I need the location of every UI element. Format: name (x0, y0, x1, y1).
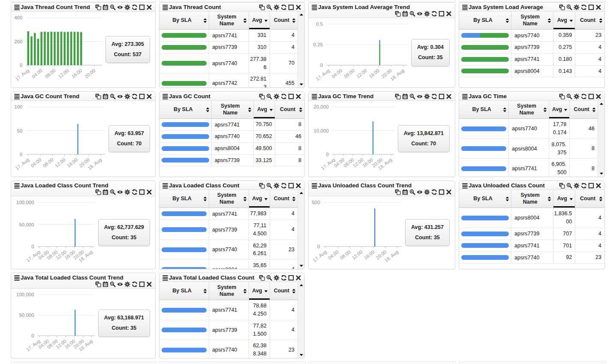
refresh-icon[interactable] (132, 281, 138, 287)
table-row[interactable]: apsrs800449.5008 (159, 143, 304, 155)
calendar-icon[interactable] (102, 189, 108, 195)
gear-icon[interactable] (424, 189, 430, 195)
refresh-icon[interactable] (281, 93, 287, 99)
export-icon[interactable] (95, 93, 101, 99)
close-icon[interactable] (595, 93, 601, 99)
menu-icon[interactable] (311, 183, 318, 189)
gear-icon[interactable] (273, 4, 279, 10)
eye-icon[interactable] (117, 189, 123, 195)
menu-icon[interactable] (162, 183, 168, 189)
column-header-avg[interactable]: Avg (549, 101, 570, 118)
column-header-by-sla[interactable]: By SLA (159, 282, 209, 300)
zoom-in-icon[interactable] (409, 189, 415, 195)
calendar-icon[interactable] (102, 93, 108, 99)
close-icon[interactable] (446, 189, 452, 195)
table-row[interactable]: apsrs77413314 (159, 30, 297, 42)
refresh-icon[interactable] (132, 93, 138, 99)
menu-icon[interactable] (462, 183, 468, 189)
maximize-icon[interactable] (439, 93, 445, 99)
column-header-avg[interactable]: Avg (553, 12, 575, 29)
table-row[interactable]: apsrs77400.35923 (459, 30, 604, 42)
column-header-count[interactable]: Count (570, 101, 598, 118)
export-icon[interactable] (559, 183, 565, 189)
table-row[interactable]: apsrs77416,905.5008 (459, 159, 598, 177)
column-header-by-sla[interactable]: By SLA (459, 190, 511, 208)
calendar-icon[interactable] (402, 11, 408, 17)
refresh-icon[interactable] (132, 4, 138, 10)
column-header-avg[interactable]: Avg (249, 12, 270, 29)
column-header-system-name[interactable]: System Name (209, 282, 249, 300)
column-header-by-sla[interactable]: By SLA (459, 12, 511, 29)
zoom-in-icon[interactable] (566, 4, 572, 10)
menu-icon[interactable] (14, 183, 20, 189)
menu-icon[interactable] (162, 275, 168, 281)
scrollbar[interactable] (297, 282, 304, 358)
gear-icon[interactable] (574, 93, 580, 99)
table-row[interactable]: apsrs774177,9834 (159, 208, 297, 220)
close-icon[interactable] (146, 93, 152, 99)
maximize-icon[interactable] (288, 4, 294, 10)
refresh-icon[interactable] (281, 183, 287, 189)
gear-icon[interactable] (124, 189, 130, 195)
eye-icon[interactable] (417, 189, 423, 195)
export-icon[interactable] (95, 4, 101, 10)
refresh-icon[interactable] (581, 183, 587, 189)
zoom-in-icon[interactable] (566, 183, 572, 189)
zoom-in-icon[interactable] (266, 93, 272, 99)
gear-icon[interactable] (124, 4, 130, 10)
scrollbar[interactable] (297, 190, 304, 269)
column-header-system-name[interactable]: System Name (212, 101, 254, 118)
zoom-in-icon[interactable] (110, 93, 116, 99)
refresh-icon[interactable] (281, 275, 287, 281)
table-row[interactable]: apsrs80041,836.5004 (459, 208, 604, 228)
table-row[interactable]: apsrs774170.7508 (159, 119, 304, 131)
maximize-icon[interactable] (439, 189, 445, 195)
maximize-icon[interactable] (439, 11, 445, 17)
column-header-avg[interactable]: Avg (249, 190, 270, 208)
gear-icon[interactable] (124, 281, 130, 287)
maximize-icon[interactable] (139, 4, 145, 10)
export-icon[interactable] (259, 275, 265, 281)
eye-icon[interactable] (117, 281, 123, 287)
column-header-count[interactable]: Count (575, 12, 604, 29)
table-row[interactable]: apsrs7742272.813455 (159, 73, 297, 87)
table-row[interactable]: apsrs774070.65246 (159, 131, 304, 143)
close-icon[interactable] (146, 281, 152, 287)
column-header-system-name[interactable]: System Name (209, 12, 249, 29)
close-icon[interactable] (146, 189, 152, 195)
zoom-in-icon[interactable] (110, 4, 116, 10)
column-header-avg[interactable]: Avg (553, 190, 575, 208)
eye-icon[interactable] (417, 93, 423, 99)
export-icon[interactable] (395, 189, 401, 195)
maximize-icon[interactable] (588, 4, 594, 10)
table-row[interactable]: apsrs774062,388.34823 (159, 340, 297, 358)
export-icon[interactable] (95, 189, 101, 195)
column-header-by-sla[interactable]: By SLA (159, 101, 212, 118)
column-header-count[interactable]: Count (270, 12, 297, 29)
refresh-icon[interactable] (431, 11, 437, 17)
menu-icon[interactable] (462, 93, 468, 99)
export-icon[interactable] (395, 93, 401, 99)
calendar-icon[interactable] (102, 4, 108, 10)
table-row[interactable]: apsrs773933.1258 (159, 155, 304, 167)
maximize-icon[interactable] (139, 189, 145, 195)
scrollbar[interactable] (598, 101, 604, 177)
close-icon[interactable] (295, 4, 301, 10)
column-header-avg[interactable]: Avg (249, 282, 270, 300)
zoom-in-icon[interactable] (266, 275, 272, 281)
menu-icon[interactable] (14, 4, 20, 10)
close-icon[interactable] (446, 93, 452, 99)
maximize-icon[interactable] (139, 281, 145, 287)
zoom-in-icon[interactable] (110, 189, 116, 195)
close-icon[interactable] (295, 183, 301, 189)
table-row[interactable]: apsrs77410.1804 (459, 54, 604, 66)
close-icon[interactable] (595, 183, 601, 189)
gear-icon[interactable] (424, 11, 430, 17)
menu-icon[interactable] (162, 93, 168, 99)
export-icon[interactable] (559, 4, 565, 10)
refresh-icon[interactable] (581, 4, 587, 10)
gear-icon[interactable] (124, 93, 130, 99)
calendar-icon[interactable] (102, 281, 108, 287)
gear-icon[interactable] (273, 275, 279, 281)
close-icon[interactable] (146, 4, 152, 10)
